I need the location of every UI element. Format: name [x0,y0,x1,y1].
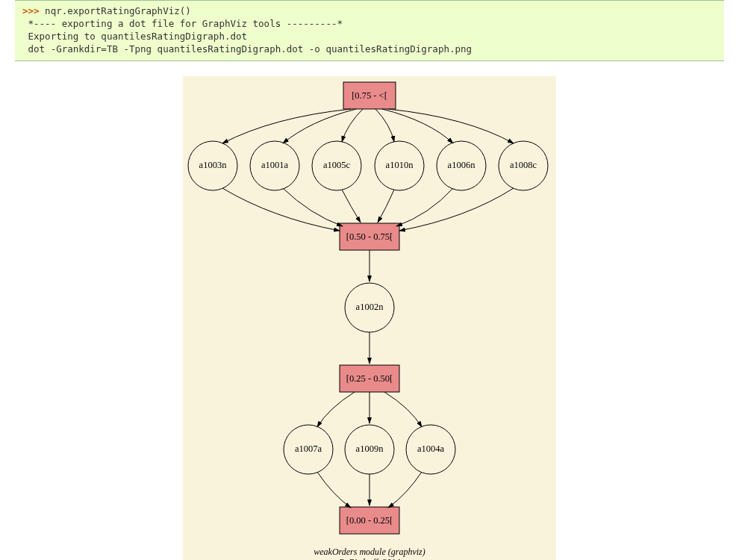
quantile-label-1: [0.50 - 0.75[ [346,231,393,241]
command: nqr.exportRatingGraphViz() [45,5,191,16]
graphviz-digraph: [0.75 - <[ a1003n a1001a a1005c a1010n a… [183,76,556,561]
quantile-label-3: [0.00 - 0.25[ [346,514,393,525]
node-a1008c: a1008c [510,159,537,169]
row1-nodes: a1003n a1001a a1005c a1010n a1006n a1008… [188,141,548,190]
node-a1006n: a1006n [448,159,476,169]
output-line: *---- exporting a dot file for GraphViz … [22,18,343,29]
node-a1005c: a1005c [323,159,351,169]
node-a1007a: a1007a [295,443,322,453]
row2-nodes: a1007a a1009n a1004a [284,425,455,474]
node-a1010n: a1010n [386,159,414,169]
caption-line-1: weakOrders module (graphviz) [314,547,425,557]
code-block: >>> nqr.exportRatingGraphViz() *---- exp… [15,0,724,61]
graph-figure: [0.75 - <[ a1003n a1001a a1005c a1010n a… [183,76,556,561]
svg-text:a1002n: a1002n [356,301,384,311]
node-a1004a: a1004a [417,443,445,453]
node-a1003n: a1003n [199,159,228,169]
quantile-label-2: [0.25 - 0.50[ [346,373,393,383]
caption-line-2: R. Bisdorff, 2014 [339,557,400,560]
quantile-label-0: [0.75 - <[ [352,90,387,100]
output-line: Exporting to quantilesRatingDigraph.dot [22,31,247,42]
output-line: dot -Grankdir=TB -Tpng quantilesRatingDi… [22,43,472,55]
node-a1001a: a1001a [261,159,289,169]
node-a1009n: a1009n [356,443,384,453]
prompt: >>> [22,5,45,16]
figure-caption: weakOrders module (graphviz) R. Bisdorff… [183,547,556,560]
